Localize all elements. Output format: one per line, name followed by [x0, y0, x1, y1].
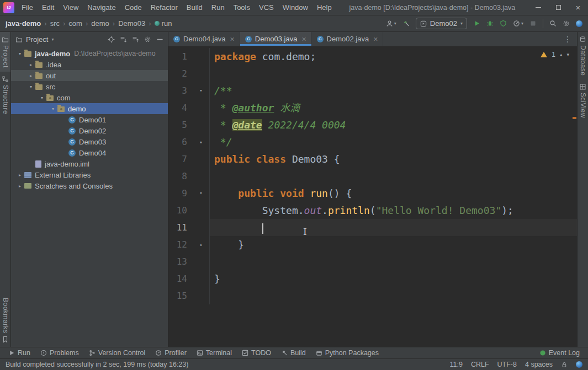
tab-close-icon[interactable]: × [230, 35, 235, 44]
chevron-right-icon[interactable]: ▸ [27, 73, 35, 78]
breadcrumb-item-run[interactable]: run [155, 19, 172, 28]
maximize-button[interactable] [548, 0, 568, 15]
tree-item-out[interactable]: ▸out [11, 70, 168, 81]
chevron-right-icon[interactable]: ▸ [27, 62, 35, 67]
tool-stripe-structure[interactable]: Structure [0, 72, 10, 118]
code-line-2[interactable]: 2 [168, 65, 577, 82]
code-line-6[interactable]: 6▴ */ [168, 133, 577, 151]
close-button[interactable]: × [568, 0, 588, 15]
code-text[interactable]: } [210, 270, 577, 287]
tool-stripe-database[interactable]: Database [578, 32, 588, 79]
run-with-coverage-button[interactable] [500, 20, 507, 27]
expand-all-icon[interactable] [120, 36, 127, 43]
code-line-10[interactable]: 10 System.out.println("Hello World! Demo… [168, 202, 577, 219]
status-message[interactable]: Build completed successfully in 2 sec, 1… [6, 361, 188, 368]
code-line-3[interactable]: 3▾/** [168, 82, 577, 99]
code-text[interactable] [210, 219, 577, 236]
tool-button-profiler[interactable]: Profiler [150, 347, 192, 358]
fold-marker-icon[interactable]: ▾ [193, 185, 210, 202]
code-text[interactable]: public void run() { [210, 185, 577, 202]
menu-edit[interactable]: Edit [38, 0, 59, 15]
code-text[interactable]: public class Demo03 { [210, 151, 577, 168]
locate-file-icon[interactable] [108, 36, 115, 43]
chevron-right-icon[interactable]: ▸ [15, 173, 24, 178]
code-text[interactable] [210, 65, 577, 82]
menu-help[interactable]: Help [312, 0, 336, 15]
breadcrumb-item-src[interactable]: src [50, 19, 60, 28]
menu-view[interactable]: View [59, 0, 83, 15]
minimize-button[interactable] [528, 0, 548, 15]
run-configuration-select[interactable]: Demo02 ▾ [416, 18, 467, 29]
tree-item-demo03[interactable]: CDemo03 [11, 136, 168, 147]
tool-button-terminal[interactable]: Terminal [192, 347, 237, 358]
line-ending-widget[interactable]: CRLF [471, 361, 489, 368]
tool-button-event-log[interactable]: Event Log [534, 347, 585, 358]
code-line-11[interactable]: 11 [168, 219, 577, 236]
debug-button[interactable] [486, 20, 494, 27]
code-text[interactable]: * @date 2022/4/4 0004 [210, 116, 577, 133]
tree-item-com[interactable]: ▾com [11, 92, 168, 103]
code-line-15[interactable]: 15 [168, 287, 577, 304]
inspection-widget[interactable]: 1 ▴ ▾ [541, 51, 569, 58]
code-text[interactable] [210, 287, 577, 304]
tab-close-icon[interactable]: × [301, 35, 306, 44]
search-everywhere-button[interactable] [549, 20, 557, 27]
fold-marker-icon[interactable]: ▴ [193, 133, 210, 151]
menu-window[interactable]: Window [278, 0, 312, 15]
previous-problem-icon[interactable]: ▴ [560, 52, 563, 57]
menu-navigate[interactable]: Navigate [83, 0, 120, 15]
code-text[interactable]: /** [210, 82, 577, 99]
code-text[interactable]: */ [210, 133, 577, 151]
breadcrumb-item-demo03[interactable]: Demo03 [118, 19, 145, 28]
tree-item-demo04[interactable]: CDemo04 [11, 147, 168, 158]
menu-build[interactable]: Build [182, 0, 207, 15]
tab-options-icon[interactable]: ⋮ [558, 32, 577, 46]
user-account-button[interactable]: ▾ [386, 20, 396, 27]
status-sphere-icon[interactable] [576, 361, 582, 368]
tree-item-demo[interactable]: ▾demo [11, 103, 168, 114]
panel-settings-gear-icon[interactable] [144, 36, 151, 43]
tool-button-version-control[interactable]: Version Control [84, 347, 150, 358]
chevron-down-icon[interactable]: ▾ [49, 106, 57, 111]
profiler-button[interactable]: ▾ [513, 20, 523, 27]
breadcrumb-item-java-demo[interactable]: java-demo [6, 19, 41, 28]
code-line-1[interactable]: 1package com.demo; [168, 48, 577, 65]
tool-button-todo[interactable]: TODO [237, 347, 276, 358]
error-stripe-mark[interactable] [573, 117, 576, 119]
tree-item-demo01[interactable]: CDemo01 [11, 114, 168, 125]
tree-item-java-demo-iml[interactable]: java-demo.iml [11, 158, 168, 169]
tool-button-python-packages[interactable]: Python Packages [311, 347, 384, 358]
tool-button-problems[interactable]: Problems [35, 347, 84, 358]
code-line-7[interactable]: 7public class Demo03 { [168, 151, 577, 168]
menu-run[interactable]: Run [207, 0, 229, 15]
menu-file[interactable]: File [17, 0, 38, 15]
tool-button-build[interactable]: Build [276, 347, 311, 358]
breadcrumb-item-com[interactable]: com [68, 19, 82, 28]
code-editor[interactable]: 1 ▴ ▾ 1package com.demo;23▾/**4 * @autho… [168, 46, 577, 347]
collapse-all-icon[interactable] [132, 36, 139, 43]
tool-stripe-sciview[interactable]: SciView [578, 79, 588, 122]
tool-stripe-project[interactable]: Project [0, 32, 10, 72]
code-with-me-icon[interactable] [576, 20, 582, 27]
code-line-8[interactable]: 8 [168, 168, 577, 185]
breadcrumb-item-demo[interactable]: demo [91, 19, 109, 28]
code-text[interactable]: * @author 水滴 [210, 99, 577, 116]
fold-marker-icon[interactable]: ▴ [193, 236, 210, 253]
tree-item-external-libraries[interactable]: ▸External Libraries [11, 169, 168, 180]
tab-demo03-java[interactable]: CDemo03.java× [240, 32, 312, 46]
indent-widget[interactable]: 4 spaces [525, 361, 553, 368]
code-text[interactable] [210, 253, 577, 270]
code-line-13[interactable]: 13 [168, 253, 577, 270]
project-view-selector[interactable]: Project ▾ [15, 35, 54, 44]
tool-button-run[interactable]: Run [3, 347, 35, 358]
chevron-down-icon[interactable]: ▾ [27, 84, 35, 89]
hide-panel-icon[interactable] [156, 36, 163, 43]
tree-item-idea[interactable]: ▸.idea [11, 59, 168, 70]
lock-icon[interactable] [561, 361, 568, 368]
build-project-button[interactable] [402, 20, 410, 27]
code-text[interactable] [210, 168, 577, 185]
menu-tools[interactable]: Tools [229, 0, 255, 15]
code-text[interactable]: System.out.println("Hello World! Demo03"… [210, 202, 577, 219]
code-line-5[interactable]: 5 * @date 2022/4/4 0004 [168, 116, 577, 133]
encoding-widget[interactable]: UTF-8 [497, 361, 517, 368]
